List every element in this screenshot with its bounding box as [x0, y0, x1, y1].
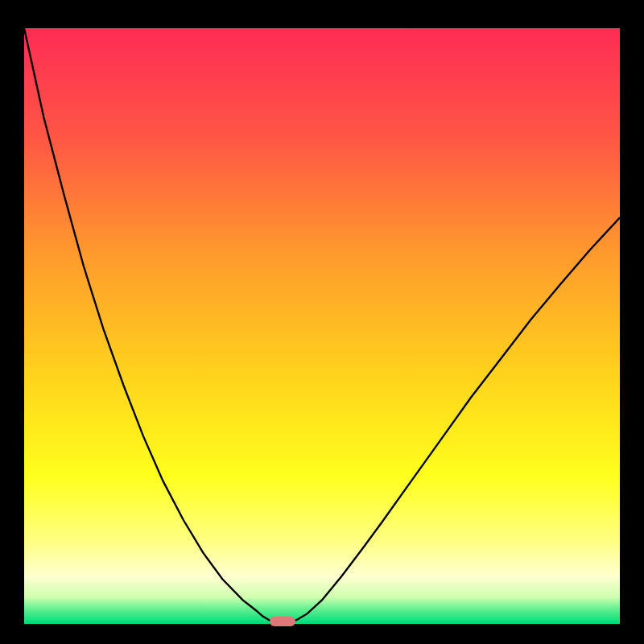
- plot-frame: [0, 0, 644, 644]
- minimum-marker: [270, 617, 295, 626]
- curve-right: [292, 217, 620, 621]
- curve-layer: [24, 28, 620, 624]
- curve-left: [24, 28, 273, 622]
- plot-area: [24, 28, 620, 624]
